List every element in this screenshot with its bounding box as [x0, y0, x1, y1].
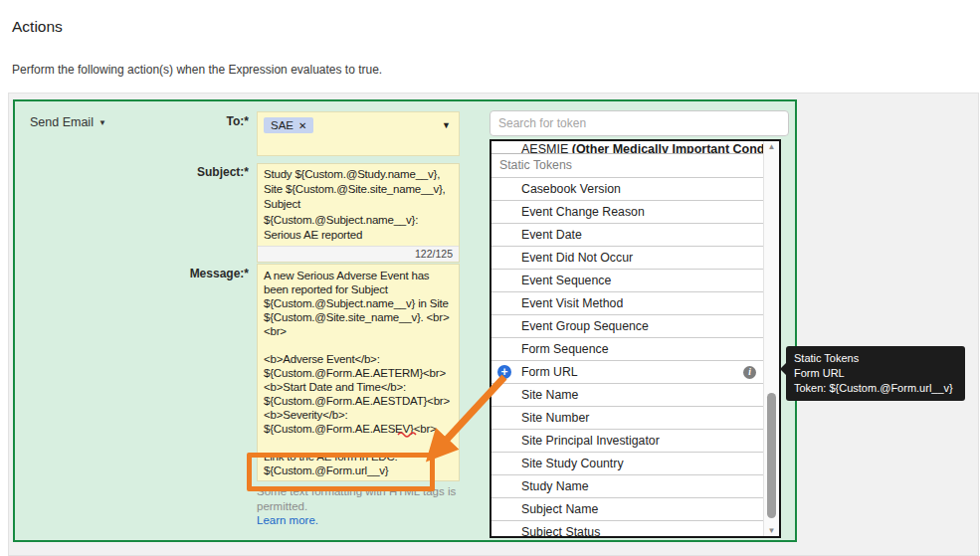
token-list-item[interactable]: + Event Did Not Occur i	[491, 247, 764, 270]
message-textarea[interactable]: A new Serious Adverse Event has been rep…	[257, 264, 460, 481]
page-title: Actions	[12, 18, 63, 36]
token-list-scrollbar[interactable]: ▲ ▼	[763, 141, 779, 536]
token-label: Subject Name	[521, 498, 598, 521]
token-list-item[interactable]: + Site Study Country i	[491, 453, 764, 475]
token-label: AESMIE	[521, 142, 572, 154]
token-list-item[interactable]: + Site Name i	[491, 384, 764, 407]
token-label: Event Visit Method	[521, 292, 623, 315]
token-list-item[interactable]: + Site Number i	[491, 407, 764, 430]
subject-label: Subject:*	[129, 165, 249, 179]
token-list-item[interactable]: + Form URL i	[491, 361, 764, 384]
token-label: Casebook Version	[521, 178, 621, 201]
message-label: Message:*	[129, 267, 249, 280]
chip-remove-icon[interactable]: ✕	[298, 120, 306, 131]
token-rows: AESMIE (Other Medically Important Condit…	[491, 141, 764, 538]
learn-more-link[interactable]: Learn more.	[257, 514, 318, 526]
token-label: Site Name	[521, 384, 578, 407]
subject-char-counter: 122/125	[258, 246, 459, 262]
tooltip-group: Static Tokens	[794, 351, 957, 366]
token-label: Site Number	[521, 407, 589, 430]
token-label: Form Sequence	[521, 338, 609, 361]
token-label: Subject Status	[521, 521, 600, 539]
action-type-dropdown[interactable]: Send Email▼	[30, 115, 106, 129]
token-list-item[interactable]: + Event Date i	[491, 224, 764, 247]
token-label-bold: (Other Medically Important Condition)	[572, 142, 764, 154]
token-label: Form URL	[521, 361, 578, 384]
token-label: Site Study Country	[521, 453, 624, 475]
token-list-item[interactable]: + Casebook Version i	[491, 178, 764, 201]
token-label: Event Did Not Occur	[521, 247, 633, 270]
tooltip-token-value: Token: ${Custom.@Form.url__v}	[794, 381, 957, 396]
token-label: Event Sequence	[521, 270, 611, 292]
scroll-up-arrow-icon[interactable]: ▲	[764, 142, 779, 151]
token-list: AESMIE (Other Medically Important Condit…	[490, 139, 781, 538]
tooltip-token-name: Form URL	[794, 366, 957, 381]
token-list-item[interactable]: + Form Sequence i	[491, 338, 764, 361]
add-token-icon[interactable]: +	[497, 365, 511, 379]
token-group-header: Static Tokens	[491, 154, 764, 178]
token-tooltip: Static Tokens Form URL Token: ${Custom.@…	[786, 346, 965, 401]
subject-field: Study ${Custom.@Study.name__v}, Site ${C…	[257, 163, 460, 263]
token-info-icon[interactable]: i	[743, 366, 756, 379]
chevron-down-icon: ▼	[98, 118, 106, 127]
token-list-item[interactable]: + Site Principal Investigator i	[491, 430, 764, 453]
token-list-item[interactable]: + Event Visit Method i	[491, 292, 764, 315]
message-help-text: Some text formatting with HTML tags is p…	[257, 484, 486, 514]
token-list-item[interactable]: + Subject Status i	[491, 521, 764, 538]
token-list-item-clipped[interactable]: AESMIE (Other Medically Important Condit…	[491, 141, 764, 154]
recipient-chip-label: SAE	[271, 119, 294, 131]
token-list-item[interactable]: + Subject Name i	[491, 498, 764, 521]
token-label: Study Name	[521, 475, 589, 498]
to-recipient-combobox[interactable]: SAE✕ ▼	[257, 111, 460, 156]
chevron-down-icon[interactable]: ▼	[442, 120, 451, 130]
subject-textarea[interactable]: Study ${Custom.@Study.name__v}, Site ${C…	[258, 164, 459, 246]
recipient-chip[interactable]: SAE✕	[264, 117, 313, 133]
token-label: Event Change Reason	[521, 201, 645, 224]
token-list-item[interactable]: + Event Change Reason i	[491, 201, 764, 224]
actions-config-screen: Actions Perform the following action(s) …	[0, 0, 980, 556]
token-label: Event Group Sequence	[521, 315, 649, 338]
token-list-item[interactable]: + Event Sequence i	[491, 270, 764, 292]
tooltip-pointer	[780, 363, 786, 375]
to-label: To:*	[129, 114, 249, 128]
token-label: Site Principal Investigator	[521, 430, 660, 453]
scroll-down-arrow-icon[interactable]: ▼	[764, 526, 779, 535]
scrollbar-thumb[interactable]	[767, 393, 776, 518]
page-subtitle: Perform the following action(s) when the…	[12, 63, 382, 77]
token-list-item[interactable]: + Event Group Sequence i	[491, 315, 764, 338]
token-search-input[interactable]	[490, 110, 789, 136]
token-list-item[interactable]: + Study Name i	[491, 475, 764, 498]
token-label: Event Date	[521, 224, 582, 247]
action-type-label: Send Email	[30, 115, 94, 129]
